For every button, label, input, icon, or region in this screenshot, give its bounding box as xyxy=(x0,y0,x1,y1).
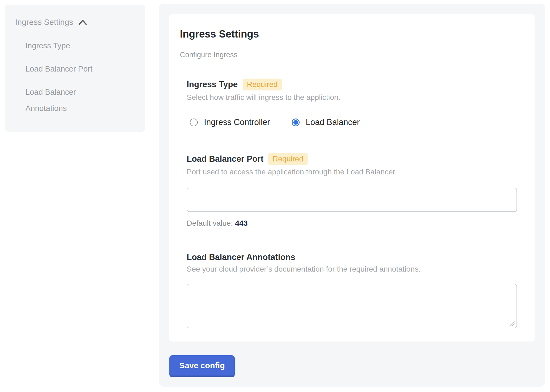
required-badge: Required xyxy=(268,153,308,165)
radio-button-icon[interactable] xyxy=(190,119,198,126)
radio-label-ingress-controller: Ingress Controller xyxy=(204,117,270,127)
sidebar-item-load-balancer-port[interactable]: Load Balancer Port xyxy=(25,61,115,77)
radio-option-ingress-controller[interactable]: Ingress Controller xyxy=(190,117,270,127)
load-balancer-port-input[interactable] xyxy=(187,188,517,212)
sidebar-item-ingress-type[interactable]: Ingress Type xyxy=(25,38,115,54)
radio-option-load-balancer[interactable]: Load Balancer xyxy=(292,117,360,127)
page-title: Ingress Settings xyxy=(180,28,517,40)
load-balancer-port-label: Load Balancer Port xyxy=(187,154,263,164)
load-balancer-annotations-textarea[interactable] xyxy=(187,284,517,328)
sidebar-nav-list: Ingress Type Load Balancer Port Load Bal… xyxy=(25,38,138,116)
page-subtitle: Configure Ingress xyxy=(180,51,517,59)
chevron-up-icon xyxy=(78,19,87,25)
ingress-type-description: Select how traffic will ingress to the a… xyxy=(187,93,517,102)
sidebar-item-load-balancer-annotations[interactable]: Load Balancer Annotations xyxy=(25,84,115,116)
default-value-line: Default value:443 xyxy=(187,219,517,228)
annotations-textarea-wrap xyxy=(187,284,517,328)
ingress-type-radio-group: Ingress Controller Load Balancer xyxy=(190,117,517,127)
settings-panel: Ingress Settings Configure Ingress Ingre… xyxy=(159,4,545,387)
load-balancer-port-section: Load Balancer Port Required Port used to… xyxy=(187,153,517,228)
ingress-settings-card: Ingress Settings Configure Ingress Ingre… xyxy=(169,14,535,342)
load-balancer-annotations-label: Load Balancer Annotations xyxy=(187,252,295,262)
required-badge: Required xyxy=(243,79,282,90)
sidebar-section-toggle[interactable]: Ingress Settings xyxy=(15,18,138,27)
load-balancer-annotations-section: Load Balancer Annotations See your cloud… xyxy=(187,252,517,328)
load-balancer-annotations-description: See your cloud provider’s documentation … xyxy=(187,265,517,273)
radio-label-load-balancer: Load Balancer xyxy=(306,117,360,127)
default-value-number: 443 xyxy=(235,219,248,227)
settings-nav-sidebar: Ingress Settings Ingress Type Load Balan… xyxy=(5,5,145,132)
radio-button-icon[interactable] xyxy=(292,119,300,126)
ingress-type-section: Ingress Type Required Select how traffic… xyxy=(187,79,517,127)
ingress-type-label: Ingress Type xyxy=(187,80,238,89)
sidebar-section-title: Ingress Settings xyxy=(15,18,73,27)
save-config-button[interactable]: Save config xyxy=(169,355,235,377)
default-value-label: Default value: xyxy=(187,219,233,227)
load-balancer-port-description: Port used to access the application thro… xyxy=(187,168,517,176)
